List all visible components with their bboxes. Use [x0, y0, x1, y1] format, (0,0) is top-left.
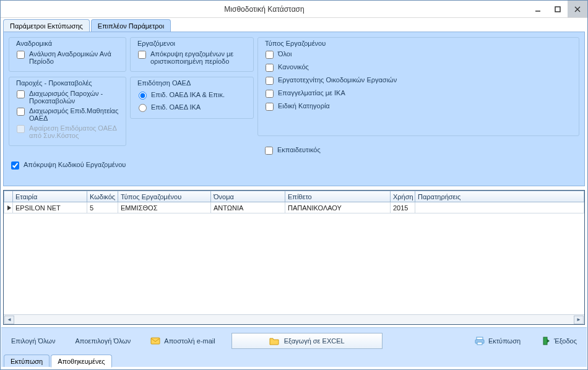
title-bar: Μισθοδοτική Κατάσταση [1, 1, 587, 18]
tab-extra-params[interactable]: Επιπλέον Παράμετροι [91, 19, 171, 32]
close-icon [574, 6, 581, 12]
grid-header-name[interactable]: Όνομα [211, 191, 285, 202]
checkbox-remove-oaed-input [17, 125, 25, 133]
checkbox-type-oikodomikon-input[interactable] [266, 77, 274, 85]
maximize-button[interactable] [548, 1, 568, 17]
window-buttons [528, 1, 587, 17]
legend-anadromika: Αναδρομικά [14, 40, 54, 47]
close-button[interactable] [568, 1, 587, 17]
horizontal-scrollbar[interactable]: ◄ ► [4, 314, 584, 324]
scroll-left-button[interactable]: ◄ [4, 316, 14, 324]
checkbox-analysis-per-period[interactable]: Ανάλυση Αναδρομικών Ανά Περίοδο [14, 49, 121, 66]
svg-rect-6 [477, 337, 483, 340]
checkbox-type-eidiki[interactable]: Ειδική Κατηγορία [263, 101, 574, 114]
grid-header-surname[interactable]: Επίθετο [285, 191, 391, 202]
checkbox-analysis-per-period-input[interactable] [17, 51, 25, 59]
legend-typos: Τύπος Εργαζομένου [263, 40, 327, 47]
grid-cell-surname[interactable]: ΠΑΠΑΝΙΚΟΛΑΟΥ [285, 202, 391, 213]
deselect-all-label: Αποεπιλογή Όλων [75, 337, 131, 345]
checkbox-type-all[interactable]: Όλοι [263, 49, 574, 62]
checkbox-separation-paroxon[interactable]: Διαχωρισμός Παροχών - Προκαταβολών [14, 88, 121, 106]
deselect-all-button[interactable]: Αποεπιλογή Όλων [71, 336, 134, 346]
grid-header-company[interactable]: Εταιρία [13, 191, 87, 202]
radio-oaed-ika[interactable]: Επιδ. ΟΑΕΔ ΙΚΑ [136, 101, 248, 113]
checkbox-type-oikodomikon-label: Εργατοτεχνίτης Οικοδομικών Εργασιών [278, 76, 397, 84]
grid-header-notes[interactable]: Παρατηρήσεις [415, 191, 584, 202]
checkbox-type-ekpaideutikos-label: Εκπαιδευτικός [277, 146, 321, 153]
select-all-button[interactable]: Επιλογή Όλων [7, 336, 59, 346]
grid-cell-type[interactable]: ΕΜΜΙΣΘΟΣ [118, 202, 211, 213]
panel-col-1: Αναδρομικά Ανάλυση Αναδρομικών Ανά Περίο… [9, 37, 126, 181]
checkbox-hide-code-input[interactable] [11, 161, 19, 170]
grid-header-year[interactable]: Χρήση [391, 191, 415, 202]
fieldset-paroxes: Παροχές - Προκαταβολές Διαχωρισμός Παροχ… [9, 77, 126, 146]
send-email-button[interactable]: Αποστολή e-mail [147, 335, 218, 347]
checkbox-hide-finalized-input[interactable] [138, 51, 146, 59]
minimize-button[interactable] [528, 1, 548, 17]
extra-params-panel: Αναδρομικά Ανάλυση Αναδρομικών Ανά Περίο… [3, 32, 585, 186]
checkbox-type-kanonikos-input[interactable] [266, 64, 274, 72]
grid-cell-year[interactable]: 2015 [391, 202, 415, 213]
grid-header-code[interactable]: Κωδικός [87, 191, 118, 202]
checkbox-type-kanonikos[interactable]: Κανονικός [263, 62, 574, 75]
app-window: Μισθοδοτική Κατάσταση Παράμετροι Εκτύπωσ… [0, 0, 588, 370]
checkbox-type-all-input[interactable] [266, 51, 274, 59]
radio-oaed-ika-epik-label: Επιδ. ΟΑΕΔ ΙΚΑ & Επικ. [151, 91, 225, 98]
legend-epidotisi: Επιδότηση ΟΑΕΔ [136, 79, 192, 87]
checkbox-type-epangelmatias-input[interactable] [266, 90, 274, 98]
grid-cell-name[interactable]: ΑΝΤΩΝΙΑ [211, 202, 285, 213]
grid-cell-company[interactable]: EPSILON NET [13, 202, 87, 213]
legend-ergazomenoi: Εργαζόμενοι [136, 40, 177, 47]
select-all-label: Επιλογή Όλων [11, 337, 55, 345]
svg-marker-10 [547, 339, 550, 343]
fieldset-anadromika: Αναδρομικά Ανάλυση Αναδρομικών Ανά Περίο… [9, 37, 126, 72]
grid-header-type[interactable]: Τύπος Εργαζομένου [118, 191, 211, 202]
checkbox-hide-finalized-label: Απόκρυψη εργαζομένων με οριστικοποιημένη… [150, 50, 248, 65]
checkbox-analysis-per-period-label: Ανάλυση Αναδρομικών Ανά Περίοδο [29, 50, 121, 65]
checkbox-hide-code[interactable]: Απόκρυψη Κωδικού Εργαζομένου [9, 160, 126, 173]
fieldset-epidotisi: Επιδότηση ΟΑΕΔ Επιδ. ΟΑΕΔ ΙΚΑ & Επικ. Επ… [130, 77, 254, 119]
checkbox-hide-finalized[interactable]: Απόκρυψη εργαζομένων με οριστικοποιημένη… [136, 49, 248, 66]
top-tab-strip: Παράμετροι Εκτύπωσης Επιπλέον Παράμετροι [1, 18, 587, 32]
legend-paroxes: Παροχές - Προκαταβολές [14, 79, 94, 87]
scroll-right-button[interactable]: ► [574, 316, 584, 324]
bottom-tab-saved[interactable]: Αποθηκευμένες [51, 355, 112, 368]
tab-print-params[interactable]: Παράμετροι Εκτύπωσης [3, 19, 90, 32]
export-excel-button[interactable]: Εξαγωγή σε EXCEL [231, 333, 383, 349]
bottom-tab-print[interactable]: Εκτύπωση [4, 355, 50, 367]
radio-oaed-ika-epik[interactable]: Επιδ. ΟΑΕΔ ΙΚΑ & Επικ. [136, 88, 248, 101]
grid-row[interactable]: EPSILON NET 5 ΕΜΜΙΣΘΟΣ ΑΝΤΩΝΙΑ ΠΑΠΑΝΙΚΟΛ… [4, 202, 584, 213]
checkbox-type-epangelmatias[interactable]: Επαγγελματίας με ΙΚΑ [263, 88, 574, 101]
checkbox-type-eidiki-input[interactable] [266, 103, 274, 111]
checkbox-type-oikodomikon[interactable]: Εργατοτεχνίτης Οικοδομικών Εργασιών [263, 75, 574, 88]
grid-cell-code[interactable]: 5 [87, 202, 118, 213]
checkbox-type-ekpaideutikos-input[interactable] [265, 147, 273, 155]
grid-header-rowselector[interactable] [4, 191, 13, 202]
checkbox-type-ekpaideutikos[interactable]: Εκπαιδευτικός [262, 145, 579, 158]
checkbox-type-kanonikos-label: Κανονικός [278, 63, 309, 71]
exit-label: Έξοδος [554, 337, 577, 345]
print-label: Εκτύπωση [488, 337, 521, 345]
grid-table: Εταιρία Κωδικός Τύπος Εργαζομένου Όνομα … [4, 191, 584, 213]
footer-toolbar: Επιλογή Όλων Αποεπιλογή Όλων Αποστολή e-… [1, 327, 587, 353]
exit-button[interactable]: Έξοδος [537, 335, 581, 347]
checkbox-type-epangelmatias-label: Επαγγελματίας με ΙΚΑ [278, 89, 345, 97]
printer-icon [475, 336, 485, 346]
grid-cell-notes[interactable] [415, 202, 584, 213]
email-icon [150, 336, 160, 346]
checkbox-separation-paroxon-input[interactable] [17, 90, 25, 98]
data-grid[interactable]: Εταιρία Κωδικός Τύπος Εργαζομένου Όνομα … [3, 190, 585, 325]
checkbox-separation-oaed-label: Διαχωρισμός Επιδ.Μαθητείας ΟΑΕΔ [29, 107, 121, 122]
minimize-icon [535, 6, 541, 12]
checkbox-separation-paroxon-label: Διαχωρισμός Παροχών - Προκαταβολών [29, 90, 121, 105]
radio-oaed-ika-input[interactable] [139, 104, 147, 112]
grid-row-indicator [4, 202, 13, 213]
print-button[interactable]: Εκτύπωση [471, 335, 524, 347]
panel-col-2: Εργαζόμενοι Απόκρυψη εργαζομένων με ορισ… [130, 37, 254, 181]
bottom-tab-strip: Εκτύπωση Αποθηκευμένες [1, 353, 587, 367]
radio-oaed-ika-epik-input[interactable] [139, 92, 147, 100]
checkbox-separation-oaed-input[interactable] [17, 108, 25, 116]
send-email-label: Αποστολή e-mail [164, 337, 215, 345]
panel-col-3: Τύπος Εργαζομένου Όλοι Κανονικός Εργατοτ… [257, 37, 579, 181]
checkbox-separation-oaed[interactable]: Διαχωρισμός Επιδ.Μαθητείας ΟΑΕΔ [14, 106, 121, 123]
